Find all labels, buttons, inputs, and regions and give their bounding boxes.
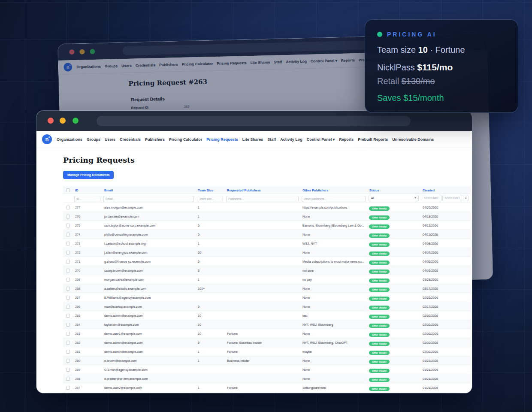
row-checkbox[interactable] [66, 278, 70, 282]
row-checkbox[interactable] [66, 350, 70, 354]
maximize-window-icon[interactable] [73, 118, 79, 124]
maximize-window-icon[interactable] [90, 49, 95, 54]
table-row[interactable]: 270 casey.brown@example.com 3 not sure O… [63, 266, 471, 275]
nav-item-organizations[interactable]: Organizations [76, 64, 101, 69]
nav-item-staff[interactable]: Staff [267, 137, 276, 142]
row-checkbox[interactable] [66, 314, 70, 318]
row-checkbox[interactable] [66, 260, 70, 264]
row-checkbox[interactable] [66, 269, 70, 273]
nav-item-organizations[interactable]: Organizations [57, 137, 82, 142]
column-header-status[interactable]: Status [367, 188, 420, 192]
table-row[interactable]: 264 taylor.kim@example.com 10 NYT, WSJ, … [63, 320, 471, 329]
other-publishers-filter-input[interactable] [302, 196, 366, 202]
row-checkbox[interactable] [66, 359, 70, 363]
row-checkbox[interactable] [66, 233, 70, 236]
column-header-team-size[interactable]: Team Size [195, 188, 224, 192]
table-row[interactable]: 275 sam.taylor@acme-corp.example.com 5 B… [63, 221, 471, 230]
table-row[interactable]: 272 j.allen@energyco.example.com 20 None… [63, 248, 471, 257]
row-checkbox[interactable] [66, 287, 70, 291]
manage-pricing-documents-button[interactable]: Manage Pricing Documents [63, 171, 114, 179]
nav-item-publishers[interactable]: Publishers [145, 137, 165, 142]
url-bar[interactable] [97, 116, 411, 126]
email-filter-input[interactable] [103, 196, 194, 202]
table-row[interactable]: 266 max@startup.example.com 5 None Offer… [63, 302, 471, 311]
row-checkbox[interactable] [66, 341, 70, 345]
table-row[interactable]: 268 a.sellers@studio.example.com 101+ No… [63, 284, 471, 293]
column-header-requested-publishers[interactable]: Requested Publishers [224, 188, 300, 192]
date-range-end-input[interactable] [442, 195, 462, 201]
table-row[interactable]: 276 jordan.lee@example.com 1 None Offer … [63, 212, 471, 221]
nav-item-groups[interactable]: Groups [87, 137, 100, 142]
app-logo[interactable]: n [63, 63, 72, 71]
status-badge: Offer Ready [369, 297, 390, 301]
date-range-start-input[interactable] [422, 195, 441, 201]
table-row[interactable]: 263 demo.user1@example.com 10 Fortune No… [63, 329, 471, 338]
cell-other-publishers: None [300, 332, 367, 336]
status-badge: Offer Ready [369, 342, 390, 346]
row-checkbox[interactable] [66, 377, 70, 381]
nav-item-publishers[interactable]: Publishers [159, 62, 178, 67]
nav-item-users[interactable]: Users [121, 64, 132, 68]
table-row[interactable]: 277 alex.morgan@example.com 1 https://ex… [63, 203, 471, 212]
close-window-icon[interactable] [48, 118, 54, 124]
row-checkbox[interactable] [66, 215, 70, 218]
row-checkbox[interactable] [66, 206, 70, 209]
publishers-filter-input[interactable] [226, 196, 299, 202]
nav-item-pricing-calculator[interactable]: Pricing Calculator [181, 61, 213, 67]
nav-item-prebuilt-reports[interactable]: Prebuilt Reports [358, 137, 388, 142]
row-checkbox[interactable] [66, 251, 70, 254]
table-row[interactable]: 267 E.Williams@agency.example.com None O… [63, 293, 471, 302]
table-row[interactable]: 256 D.Johnson@news-co.example.com 50 Bus… [63, 392, 471, 393]
status-filter-select[interactable]: All [369, 195, 419, 201]
nav-item-lite-shares[interactable]: Lite Shares [242, 137, 263, 142]
table-row[interactable]: 259 G.Smith@agency.example.com None Offe… [63, 365, 471, 374]
row-checkbox[interactable] [66, 332, 70, 336]
table-row[interactable]: 262 demo.admin@example.com 5 Fortune, Bu… [63, 338, 471, 347]
column-header-id[interactable]: ID [73, 188, 102, 192]
nav-item-lite-shares[interactable]: Lite Shares [251, 60, 270, 65]
nav-item-activity-log[interactable]: Activity Log [280, 137, 302, 142]
clear-date-filter-button[interactable]: × [463, 195, 469, 201]
column-header-email[interactable]: Email [102, 188, 195, 192]
team-size-filter-input[interactable] [197, 196, 223, 202]
row-checkbox[interactable] [66, 386, 70, 390]
nav-item-activity-log[interactable]: Activity Log [286, 59, 307, 64]
row-checkbox[interactable] [66, 323, 70, 327]
minimize-window-icon[interactable] [60, 118, 66, 124]
table-row[interactable]: 261 demo.admin@example.com 1 Fortune may… [63, 347, 471, 356]
nav-item-users[interactable]: Users [105, 137, 115, 142]
app-logo[interactable]: n [42, 134, 52, 144]
row-checkbox[interactable] [66, 296, 70, 300]
nav-item-pricing-requests[interactable]: Pricing Requests [217, 61, 247, 66]
nav-item-reports[interactable]: Reports [339, 137, 354, 142]
table-row[interactable]: 260 e.brown@example.com 1 Business Insid… [63, 356, 471, 365]
close-window-icon[interactable] [69, 49, 74, 55]
nav-item-staff[interactable]: Staff [274, 60, 282, 64]
table-row[interactable]: 271 g.shaw@finance-co.example.com 5 Medi… [63, 257, 471, 266]
cell-created: 01/23/2026 [420, 359, 471, 363]
nav-item-reports[interactable]: Reports [341, 58, 355, 63]
table-row[interactable]: 274 philip@consulting.example.com 5 None… [63, 230, 471, 239]
row-checkbox[interactable] [66, 224, 70, 227]
table-row[interactable]: 265 demo.admin@example.com 10 test Offer… [63, 311, 471, 320]
nav-item-pricing-calculator[interactable]: Pricing Calculator [169, 137, 202, 142]
select-all-checkbox[interactable] [66, 188, 70, 192]
table-row[interactable]: 258 d.prather@pr-firm.example.com None O… [63, 374, 471, 383]
column-header-created[interactable]: Created [420, 188, 471, 192]
table-row[interactable]: 257 demo.user2@example.com 1 Fortune Sti… [63, 383, 471, 392]
table-row[interactable]: 269 morgan.davis@example.com 1 no pay Of… [63, 275, 471, 284]
id-filter-input[interactable] [74, 196, 100, 202]
nav-item-control-panel[interactable]: Control Panel ▾ [307, 137, 335, 142]
minimize-window-icon[interactable] [79, 49, 85, 54]
nav-item-groups[interactable]: Groups [105, 64, 118, 69]
nav-item-unresolvable-domains[interactable]: Unresolvable Domains [392, 137, 434, 142]
nav-item-pricing-requests[interactable]: Pricing Requests [206, 137, 238, 142]
table-row[interactable]: 273 l.carlson@school.example.org 1 WSJ, … [63, 239, 471, 248]
nav-item-control-panel[interactable]: Control Panel ▾ [311, 58, 337, 64]
row-checkbox[interactable] [66, 242, 70, 245]
row-checkbox[interactable] [66, 368, 70, 372]
row-checkbox[interactable] [66, 305, 70, 309]
nav-item-credentials[interactable]: Credentials [136, 63, 156, 67]
nav-item-credentials[interactable]: Credentials [120, 137, 141, 142]
column-header-other-publishers[interactable]: Other Publishers [300, 188, 367, 192]
